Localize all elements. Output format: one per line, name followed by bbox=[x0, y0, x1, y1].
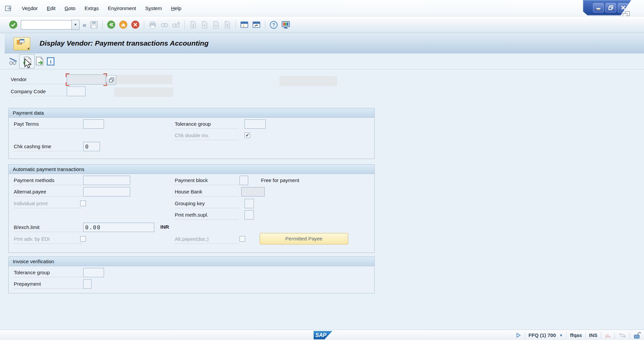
vendor-label: Vendor bbox=[11, 76, 66, 84]
minimize-button[interactable] bbox=[593, 3, 604, 12]
command-dropdown-icon[interactable]: ▼ bbox=[71, 20, 79, 30]
restore-button[interactable] bbox=[605, 3, 616, 12]
tolerance-group-input[interactable] bbox=[245, 119, 266, 129]
menu-bar: Vendor Edit Goto Extras Environment Syst… bbox=[0, 0, 644, 16]
enter-icon[interactable] bbox=[9, 20, 18, 29]
back-icon[interactable] bbox=[107, 20, 116, 29]
services-for-object-button[interactable] bbox=[13, 37, 30, 50]
focus-bracket bbox=[66, 73, 69, 77]
individual-pmnt-label: Individual pmnt bbox=[14, 200, 83, 208]
new-session-icon[interactable] bbox=[240, 20, 249, 29]
payment-block-input[interactable] bbox=[239, 176, 248, 185]
house-bank-input[interactable] bbox=[241, 187, 265, 196]
standard-toolbar: ▼ « bbox=[0, 16, 644, 33]
find-icon[interactable] bbox=[160, 20, 169, 29]
chk-cashng-time-input[interactable] bbox=[83, 142, 100, 151]
focus-bracket bbox=[66, 82, 69, 86]
status-bar: SAP FFQ (1) 700 ▼ ffqas INS bbox=[0, 330, 644, 340]
menu-help[interactable]: Help bbox=[171, 5, 181, 11]
svg-text:?: ? bbox=[272, 22, 275, 27]
command-field[interactable] bbox=[21, 20, 71, 30]
bexch-limit-input[interactable] bbox=[83, 223, 154, 232]
last-page-icon[interactable] bbox=[223, 20, 231, 29]
play-icon[interactable] bbox=[516, 332, 522, 338]
cancel-icon[interactable] bbox=[131, 20, 140, 29]
currency-text: INR bbox=[160, 224, 169, 230]
chk-double-inv-checkbox[interactable] bbox=[245, 132, 250, 138]
response-time-icon bbox=[618, 332, 626, 338]
payment-methods-label: Payment methods bbox=[14, 177, 83, 185]
system-menu-icon[interactable] bbox=[5, 4, 13, 12]
iv-tolerance-group-label: Tolerance group bbox=[14, 269, 83, 277]
payment-data-group: Payment data Payt Terms Tolerance group … bbox=[8, 108, 375, 159]
help-icon[interactable]: ? bbox=[269, 20, 278, 29]
iv-tolerance-group-input[interactable] bbox=[83, 268, 104, 277]
insert-mode-text[interactable]: INS bbox=[589, 332, 597, 338]
menu-edit[interactable]: Edit bbox=[47, 5, 56, 11]
print-icon[interactable] bbox=[148, 20, 157, 29]
pmt-meth-supl-input[interactable] bbox=[245, 210, 254, 220]
svg-text:i: i bbox=[50, 59, 51, 64]
redacted-vendor-name bbox=[116, 75, 172, 84]
house-bank-label: House Bank bbox=[175, 188, 238, 196]
permitted-payee-button[interactable]: Permitted Payee bbox=[260, 233, 348, 244]
invoice-verification-header: Invoice verification bbox=[9, 257, 374, 266]
auto-payment-group: Automatic payment transactions Payment m… bbox=[8, 164, 375, 253]
company-code-input[interactable] bbox=[67, 87, 86, 96]
multiple-selection-icon[interactable] bbox=[107, 75, 116, 85]
company-code-label: Company Code bbox=[11, 88, 66, 96]
display-change-icon[interactable] bbox=[8, 56, 19, 66]
payment-methods-input[interactable] bbox=[83, 176, 130, 185]
tolerance-group-label: Tolerance group bbox=[175, 120, 238, 129]
create-shortcut-icon[interactable] bbox=[252, 20, 261, 29]
prepayment-input[interactable] bbox=[83, 279, 92, 289]
info-icon[interactable]: i bbox=[47, 57, 55, 66]
payment-block-label: Payment block bbox=[175, 177, 238, 185]
grouping-key-label: Grouping key bbox=[175, 200, 238, 208]
system-session-text[interactable]: FFQ (1) 700 bbox=[529, 332, 556, 338]
collapse-toolbar-icon[interactable]: « bbox=[83, 21, 87, 28]
payt-terms-input[interactable] bbox=[83, 119, 104, 129]
client-host-text: ffqas bbox=[570, 332, 582, 338]
next-screen-icon[interactable] bbox=[35, 56, 45, 66]
customize-local-layout-icon[interactable] bbox=[281, 20, 290, 29]
chk-cashng-time-label: Chk cashng time bbox=[14, 143, 83, 151]
system-dropdown-icon[interactable]: ▼ bbox=[559, 333, 563, 337]
alternat-payee-input[interactable] bbox=[83, 187, 130, 196]
next-page-icon[interactable] bbox=[212, 20, 220, 29]
performance-icon bbox=[604, 332, 611, 338]
grouping-key-input[interactable] bbox=[245, 199, 254, 208]
free-for-payment-text: Free for payment bbox=[261, 177, 299, 183]
alt-payee-doc-checkbox[interactable] bbox=[239, 236, 245, 242]
save-icon[interactable] bbox=[90, 20, 98, 29]
payt-terms-label: Payt Terms bbox=[14, 120, 83, 129]
unlocked-icon[interactable] bbox=[633, 332, 641, 339]
individual-pmnt-checkbox[interactable] bbox=[80, 201, 86, 206]
toolbar-divider bbox=[0, 69, 644, 69]
vendor-input[interactable] bbox=[67, 74, 106, 84]
pmt-adv-edi-label: Pmt adv. by EDI bbox=[14, 235, 83, 244]
mouse-cursor bbox=[24, 58, 33, 71]
menu-goto[interactable]: Goto bbox=[64, 5, 75, 11]
sap-logo: SAP bbox=[314, 331, 332, 339]
exit-icon[interactable] bbox=[119, 20, 128, 29]
previous-page-icon[interactable] bbox=[200, 20, 209, 29]
menu-system[interactable]: System bbox=[145, 5, 162, 11]
redacted-text-block bbox=[279, 76, 337, 86]
bexch-limit-label: B/exch.limit bbox=[14, 224, 83, 232]
menu-extras[interactable]: Extras bbox=[85, 5, 99, 11]
sap-gui-window: Vendor Edit Goto Extras Environment Syst… bbox=[0, 0, 644, 340]
pmt-adv-edi-checkbox[interactable] bbox=[80, 236, 86, 242]
title-band: Display Vendor: Payment transactions Acc… bbox=[5, 34, 644, 53]
payment-data-header: Payment data bbox=[9, 108, 374, 118]
pmt-meth-supl-label: Pmt meth.supl. bbox=[175, 211, 238, 220]
menu-environment[interactable]: Environment bbox=[108, 5, 136, 11]
menu-vendor[interactable]: Vendor bbox=[22, 5, 38, 11]
services-dropdown-caret bbox=[27, 47, 29, 49]
redacted-company-name bbox=[114, 88, 173, 97]
page-title: Display Vendor: Payment transactions Acc… bbox=[40, 34, 209, 53]
first-page-icon[interactable] bbox=[189, 20, 197, 29]
find-next-icon[interactable] bbox=[172, 20, 180, 29]
alternat-payee-label: Alternat.payee bbox=[14, 188, 83, 196]
prepayment-label: Prepayment bbox=[14, 280, 83, 289]
